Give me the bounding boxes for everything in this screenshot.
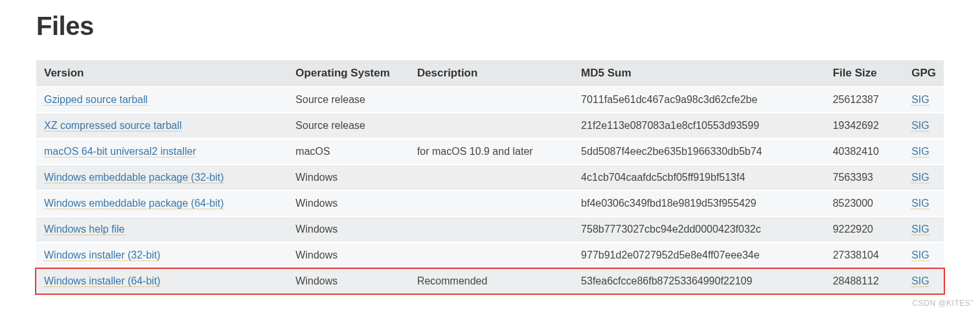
table-row: Windows installer (32-bit)Windows977b91d…: [36, 243, 944, 268]
version-link[interactable]: macOS 64-bit universal2 installer: [44, 146, 196, 157]
col-header-md5: MD5 Sum: [573, 60, 825, 86]
sig-link[interactable]: SIG: [911, 94, 929, 106]
col-header-description: Description: [409, 60, 573, 86]
sig-link[interactable]: SIG: [911, 275, 929, 287]
os-cell: Windows: [288, 269, 409, 294]
md5-cell: 53fea6cfcce86fb87253364990f22109: [573, 269, 825, 294]
col-header-version: Version: [36, 60, 288, 86]
os-cell: Windows: [288, 191, 409, 216]
filesize-cell: 25612387: [825, 87, 904, 112]
os-cell: macOS: [288, 139, 409, 164]
filesize-cell: 40382410: [825, 139, 904, 164]
version-link[interactable]: Windows embeddable package (64-bit): [44, 198, 223, 209]
page-title: Files: [36, 12, 944, 41]
version-link[interactable]: Windows installer (64-bit): [44, 275, 161, 287]
table-row: Gzipped source tarballSource release7011…: [36, 87, 944, 112]
filesize-cell: 19342692: [825, 113, 904, 138]
sig-link[interactable]: SIG: [911, 120, 929, 132]
md5-cell: 5dd5087f4eec2be635b1966330db5b74: [573, 139, 825, 164]
table-row: Windows embeddable package (32-bit)Windo…: [36, 165, 944, 190]
table-row: XZ compressed source tarballSource relea…: [36, 113, 944, 138]
filesize-cell: 8523000: [825, 191, 904, 216]
table-row: Windows installer (64-bit)WindowsRecomme…: [36, 269, 944, 294]
description-cell: for macOS 10.9 and later: [409, 139, 573, 164]
filesize-cell: 9222920: [825, 217, 904, 242]
col-header-gpg: GPG: [904, 60, 944, 86]
description-cell: [409, 217, 573, 242]
md5-cell: 758b7773027cbc94e2dd0000423f032c: [573, 217, 825, 242]
os-cell: Windows: [288, 165, 409, 190]
version-link[interactable]: XZ compressed source tarball: [44, 120, 182, 132]
version-link[interactable]: Gzipped source tarball: [44, 94, 148, 106]
col-header-filesize: File Size: [825, 60, 904, 86]
os-cell: Windows: [288, 217, 409, 242]
watermark-text: CSDN @KITES": [913, 299, 974, 308]
filesize-cell: 28488112: [825, 269, 904, 294]
filesize-cell: 7563393: [825, 165, 904, 190]
description-cell: [409, 191, 573, 216]
sig-link[interactable]: SIG: [911, 224, 929, 235]
description-cell: Recommended: [409, 269, 573, 294]
files-table: Version Operating System Description MD5…: [36, 59, 944, 295]
table-wrapper: Version Operating System Description MD5…: [36, 59, 944, 295]
md5-cell: 4c1cb704caafdc5cbf05ff919bf513f4: [573, 165, 825, 190]
description-cell: [409, 243, 573, 268]
page-container: Files Version Operating System Descripti…: [0, 12, 980, 310]
description-cell: [409, 113, 573, 138]
sig-link[interactable]: SIG: [911, 172, 929, 183]
table-row: Windows help fileWindows758b7773027cbc94…: [36, 217, 944, 242]
sig-link[interactable]: SIG: [911, 249, 929, 261]
md5-cell: bf4e0306c349fbd18e9819d53f955429: [573, 191, 825, 216]
col-header-os: Operating System: [288, 60, 409, 86]
sig-link[interactable]: SIG: [911, 198, 929, 209]
description-cell: [409, 165, 573, 190]
description-cell: [409, 87, 573, 112]
os-cell: Source release: [288, 87, 409, 112]
table-row: Windows embeddable package (64-bit)Windo…: [36, 191, 944, 216]
sig-link[interactable]: SIG: [911, 146, 929, 157]
os-cell: Windows: [288, 243, 409, 268]
table-row: macOS 64-bit universal2 installermacOSfo…: [36, 139, 944, 164]
md5-cell: 21f2e113e087083a1e8cf10553d93599: [573, 113, 825, 138]
version-link[interactable]: Windows help file: [44, 224, 125, 235]
os-cell: Source release: [288, 113, 409, 138]
table-header-row: Version Operating System Description MD5…: [36, 60, 944, 86]
md5-cell: 7011fa5e61dc467ac9a98c3d62cfe2be: [573, 87, 825, 112]
md5-cell: 977b91d2e0727952d5e8e4ff07eee34e: [573, 243, 825, 268]
version-link[interactable]: Windows embeddable package (32-bit): [44, 172, 223, 183]
version-link[interactable]: Windows installer (32-bit): [44, 249, 161, 261]
filesize-cell: 27338104: [825, 243, 904, 268]
